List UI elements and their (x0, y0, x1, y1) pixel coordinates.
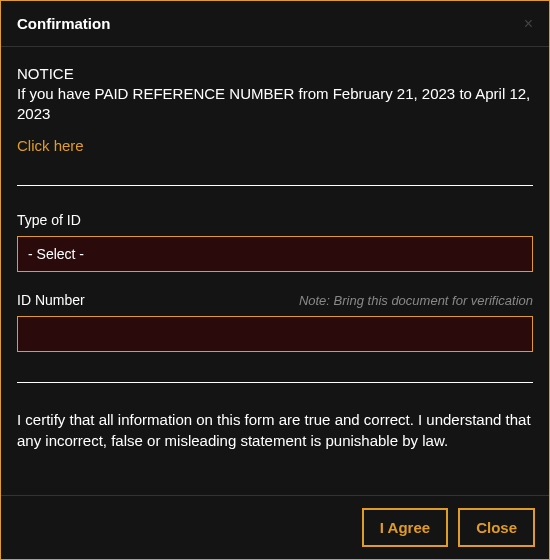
close-button[interactable]: Close (458, 508, 535, 547)
id-number-hint: Note: Bring this document for verificati… (299, 293, 533, 308)
close-icon[interactable]: × (524, 16, 533, 32)
agree-button[interactable]: I Agree (362, 508, 448, 547)
type-of-id-placeholder: - Select - (28, 246, 84, 262)
type-of-id-select[interactable]: - Select - (17, 236, 533, 272)
id-number-label: ID Number (17, 292, 85, 308)
divider (17, 185, 533, 186)
id-number-label-row: ID Number Note: Bring this document for … (17, 292, 533, 308)
type-of-id-group: Type of ID - Select - (17, 212, 533, 272)
divider (17, 382, 533, 383)
modal-header: Confirmation × (1, 1, 549, 47)
type-of-id-label: Type of ID (17, 212, 533, 228)
modal-title: Confirmation (17, 15, 110, 32)
modal-body: NOTICE If you have PAID REFERENCE NUMBER… (1, 47, 549, 495)
notice-text: If you have PAID REFERENCE NUMBER from F… (17, 84, 533, 125)
id-number-group: ID Number Note: Bring this document for … (17, 292, 533, 352)
notice-link[interactable]: Click here (17, 137, 84, 154)
modal-footer: I Agree Close (1, 495, 549, 559)
certification-text: I certify that all information on this f… (17, 409, 533, 451)
confirmation-modal: Confirmation × NOTICE If you have PAID R… (0, 0, 550, 560)
id-number-input[interactable] (17, 316, 533, 352)
notice-heading: NOTICE (17, 65, 533, 82)
